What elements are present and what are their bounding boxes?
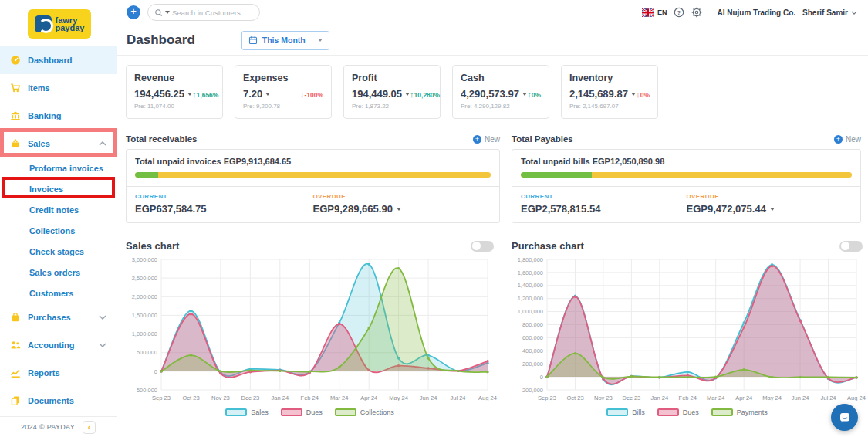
kpi-value-dropdown-icon[interactable] bbox=[265, 93, 270, 96]
kpi-card-inventory: Inventory 2,145,689.87 ↓0% Pre: 2,145,69… bbox=[561, 65, 658, 119]
unpaid-bills-total: Total unpaid bills EGP12,050,890.98 bbox=[521, 157, 852, 166]
purchases-icon bbox=[10, 312, 21, 323]
svg-text:Sep 23: Sep 23 bbox=[152, 395, 171, 401]
sidebar-item-sales[interactable]: Sales bbox=[0, 130, 117, 158]
sidebar-item-items[interactable]: Items bbox=[0, 74, 117, 102]
receivables-new-button[interactable]: + New bbox=[473, 135, 500, 144]
arrow-up-icon: ↑ bbox=[410, 90, 414, 99]
sidebar-item-documents[interactable]: Documents bbox=[0, 387, 117, 415]
sidebar-item-sales-orders[interactable]: Sales orders bbox=[0, 262, 117, 283]
fawry-logo-icon bbox=[35, 15, 52, 32]
kpi-value: 194,456.25 bbox=[134, 88, 192, 100]
search-input[interactable] bbox=[172, 8, 249, 17]
payables-panel: Total unpaid bills EGP12,050,890.98 CURR… bbox=[512, 149, 861, 223]
search-box[interactable] bbox=[147, 4, 260, 21]
kpi-value-dropdown-icon[interactable] bbox=[631, 93, 636, 96]
svg-text:Sep 23: Sep 23 bbox=[538, 395, 556, 401]
svg-text:0: 0 bbox=[540, 374, 543, 381]
quick-add-button[interactable]: + bbox=[127, 5, 140, 19]
svg-text:Feb 24: Feb 24 bbox=[679, 395, 697, 401]
sidebar-item-credit-notes[interactable]: Credit notes bbox=[0, 199, 117, 220]
brand-logo[interactable]: fawrypayday bbox=[28, 9, 91, 39]
svg-text:2,500,000: 2,500,000 bbox=[132, 275, 157, 282]
sales-chart-title: Sales chart bbox=[126, 240, 179, 252]
svg-text:Mar 24: Mar 24 bbox=[707, 395, 724, 401]
reports-icon bbox=[10, 368, 21, 378]
payables-overdue-value[interactable]: EGP9,472,075.44 bbox=[687, 203, 853, 215]
svg-text:May 24: May 24 bbox=[389, 395, 408, 401]
plus-circle-icon: + bbox=[834, 135, 843, 144]
settings-button[interactable] bbox=[691, 7, 702, 18]
kpi-value: 7.20 bbox=[243, 88, 270, 100]
payables-section: Total Payables + New Total unpaid bills … bbox=[512, 134, 861, 223]
purchase-chart-legend: BillsDuesPayments bbox=[512, 408, 863, 416]
svg-text:Apr 24: Apr 24 bbox=[735, 395, 752, 401]
svg-text:Mar 24: Mar 24 bbox=[330, 395, 348, 401]
sidebar-item-banking[interactable]: Banking bbox=[0, 102, 117, 130]
uk-flag-icon bbox=[642, 8, 654, 17]
sales-chart: -500,0000500,0001,000,0001,500,0002,000,… bbox=[126, 255, 494, 406]
sidebar-item-dashboard[interactable]: Dashboard bbox=[0, 46, 117, 74]
language-selector[interactable]: EN bbox=[642, 8, 667, 17]
period-caret-icon bbox=[318, 39, 323, 42]
chat-widget-button[interactable] bbox=[831, 404, 858, 431]
sales-chart-toggle[interactable] bbox=[471, 241, 494, 252]
payables-new-button[interactable]: + New bbox=[834, 135, 861, 144]
svg-text:Feb 24: Feb 24 bbox=[301, 395, 319, 401]
kpi-value: 194,449.05 bbox=[352, 88, 410, 100]
sidebar-item-purchases[interactable]: Purchases bbox=[0, 303, 117, 331]
sidebar-item-invoices[interactable]: Invoices bbox=[0, 178, 117, 199]
accounting-icon bbox=[10, 340, 21, 351]
svg-text:400,000: 400,000 bbox=[522, 347, 543, 354]
dashboard-body: Revenue 194,456.25 ↑1,656% Pre: 11,074.0… bbox=[117, 56, 868, 437]
chat-icon bbox=[837, 410, 853, 425]
legend-label: Sales bbox=[251, 408, 269, 416]
legend-item-dues: Dues bbox=[657, 408, 699, 416]
svg-text:1,000,000: 1,000,000 bbox=[132, 330, 157, 337]
user-menu[interactable]: Sherif Samir bbox=[802, 8, 857, 17]
sidebar-collapse-button[interactable]: ‹ bbox=[83, 421, 96, 434]
brand-logo-text: fawrypayday bbox=[56, 16, 85, 32]
svg-text:Apr 24: Apr 24 bbox=[360, 395, 377, 401]
overdue-label: OVERDUE bbox=[313, 193, 491, 200]
legend-item-collections: Collections bbox=[335, 408, 394, 416]
charts-row: Sales chart -500,0000500,0001,000,0001,5… bbox=[126, 240, 861, 416]
sidebar-item-label: Items bbox=[28, 83, 50, 93]
svg-text:Jul 24: Jul 24 bbox=[820, 395, 836, 401]
receivables-payables-row: Total receivables + New Total unpaid inv… bbox=[126, 134, 861, 223]
sidebar-item-collections[interactable]: Collections bbox=[0, 220, 117, 241]
topbar: + EN ? bbox=[117, 0, 868, 25]
receivables-overdue-value[interactable]: EGP9,289,665.90 bbox=[313, 203, 491, 215]
purchase-chart-svg: -200,0000200,000400,000600,000800,0001,0… bbox=[512, 255, 863, 403]
sidebar-item-accounting[interactable]: Accounting bbox=[0, 331, 117, 359]
search-scope-caret-icon[interactable] bbox=[165, 11, 170, 14]
sidebar-footer: 2024 © PAYDAY ‹ bbox=[0, 416, 117, 437]
help-button[interactable]: ? bbox=[674, 7, 684, 18]
chevron-down-icon bbox=[851, 11, 857, 15]
purchase-chart-toggle[interactable] bbox=[839, 241, 863, 252]
legend-item-dues: Dues bbox=[281, 408, 323, 416]
svg-text:?: ? bbox=[677, 9, 681, 16]
documents-icon bbox=[10, 395, 21, 406]
svg-text:2,000,000: 2,000,000 bbox=[132, 293, 157, 300]
sidebar-item-proforma-invoices[interactable]: Proforma invoices bbox=[0, 158, 117, 178]
receivables-current-value: EGP637,584.75 bbox=[135, 203, 313, 215]
sidebar-item-customers[interactable]: Customers bbox=[0, 283, 117, 303]
language-code: EN bbox=[657, 8, 667, 16]
kpi-previous-value: Pre: 2,145,697.07 bbox=[569, 103, 650, 110]
legend-label: Dues bbox=[683, 408, 699, 416]
legend-label: Dues bbox=[306, 408, 323, 416]
dashboard-icon bbox=[10, 55, 21, 66]
svg-text:Dec 23: Dec 23 bbox=[623, 395, 641, 401]
sidebar-item-check-stages[interactable]: Check stages bbox=[0, 241, 117, 262]
sidebar-item-reports[interactable]: Reports bbox=[0, 359, 117, 387]
svg-text:1,800,000: 1,800,000 bbox=[518, 256, 543, 263]
kpi-value-dropdown-icon[interactable] bbox=[522, 93, 527, 96]
arrow-down-icon: ↓ bbox=[636, 90, 640, 99]
legend-label: Bills bbox=[632, 408, 645, 416]
kpi-card-cash: Cash 4,290,573.97 ↑0% Pre: 4,290,129.82 bbox=[452, 65, 549, 119]
kpi-previous-value: Pre: 1,873.22 bbox=[352, 103, 432, 110]
receivables-title: Total receivables bbox=[126, 134, 197, 144]
period-dropdown[interactable]: This Month bbox=[241, 31, 329, 50]
svg-text:Jan 24: Jan 24 bbox=[272, 395, 289, 401]
